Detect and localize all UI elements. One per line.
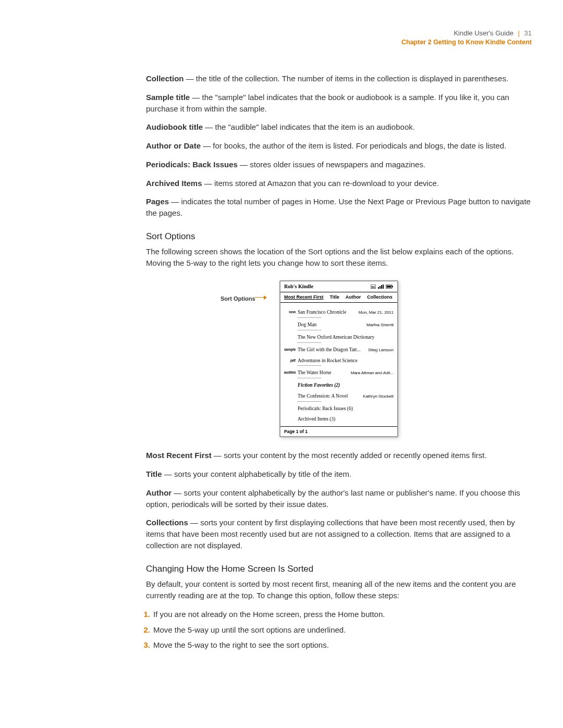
steps-list: If you are not already on the Home scree… xyxy=(146,609,532,651)
list-item: Archived Items (3) xyxy=(284,416,394,423)
page-number: 31 xyxy=(524,29,532,37)
def-text: — sorts your content alphabetically by t… xyxy=(146,488,520,509)
page-header: Kindle User's Guide | 31 Chapter 2 Getti… xyxy=(401,29,532,47)
list-item: Fiction Favorites (2) xyxy=(284,382,394,389)
section-heading-changing-sort: Changing How the Home Screen Is Sorted xyxy=(146,563,532,576)
item-title: Archived Items (3) xyxy=(298,416,335,423)
item-meta: Mon, Mar 21, 2011 xyxy=(359,309,394,316)
def-text: — the title of the collection. The numbe… xyxy=(184,74,509,83)
page-content: Collection — the title of the collection… xyxy=(146,73,532,651)
exp-title: Title — sorts your content alphabeticall… xyxy=(146,468,532,480)
svg-rect-5 xyxy=(383,285,384,289)
chapter-title: Chapter 2 Getting to Know Kindle Content xyxy=(401,38,532,47)
item-title: Adventures in Rocket Science xyxy=(298,357,358,365)
list-item: pdfAdventures in Rocket Science xyxy=(284,357,394,365)
term: Collections xyxy=(146,518,188,527)
term: Most Recent First xyxy=(146,451,212,460)
document-page: Kindle User's Guide | 31 Chapter 2 Getti… xyxy=(0,0,563,697)
item-title: Periodicals: Back Issues (6) xyxy=(298,405,353,413)
item-title: Dog Man xyxy=(298,322,316,329)
figure-callout-label: Sort Options xyxy=(221,295,255,303)
list-item: sampleThe Girl with the Dragon Tatt...St… xyxy=(284,347,394,354)
svg-rect-8 xyxy=(392,286,393,287)
def-text: — items stored at Amazon that you can re… xyxy=(202,179,439,188)
def-text: — sorts your content by the most recentl… xyxy=(212,451,487,460)
network-icon: 3G xyxy=(371,285,376,289)
def-text: — indicates the total number of pages in… xyxy=(146,197,531,217)
list-item: Periodicals: Back Issues (6) xyxy=(284,405,394,413)
changing-sort-intro: By default, your content is sorted by mo… xyxy=(146,578,532,601)
kindle-sort-row: Most Recent First Title Author Collectio… xyxy=(280,293,397,302)
svg-rect-7 xyxy=(387,286,391,288)
item-title: The New Oxford American Dictionary xyxy=(298,334,374,341)
item-title: The Confession: A Novel xyxy=(298,393,348,400)
list-item-left: sampleThe Girl with the Dragon Tatt... xyxy=(284,347,365,354)
item-meta: Mara Altman and Adil... xyxy=(351,369,394,376)
svg-rect-4 xyxy=(381,285,382,289)
sort-tab-most-recent: Most Recent First xyxy=(284,294,324,301)
list-item-left: pdfAdventures in Rocket Science xyxy=(284,357,394,365)
list-item: newSan Francisco ChronicleMon, Mar 21, 2… xyxy=(284,309,394,316)
list-item-left: The Confession: A Novel xyxy=(284,393,360,400)
step-3: Move the 5-way to the right to see the s… xyxy=(146,639,532,651)
item-title: San Francisco Chronicle xyxy=(298,309,346,316)
sort-tab-author: Author xyxy=(346,294,361,301)
svg-rect-3 xyxy=(380,286,381,289)
signal-bars-icon xyxy=(378,285,384,289)
step-1: If you are not already on the Home scree… xyxy=(146,609,532,620)
term: Archived Items xyxy=(146,179,202,188)
list-item-left: The New Oxford American Dictionary xyxy=(284,334,394,341)
list-item: The New Oxford American Dictionary xyxy=(284,334,394,341)
list-item: The Confession: A NovelKathryn Stockett xyxy=(284,393,394,400)
progress-dots xyxy=(298,317,321,318)
step-2: Move the 5-way up until the sort options… xyxy=(146,624,532,636)
term: Pages xyxy=(146,197,169,206)
battery-icon xyxy=(386,285,394,289)
progress-dots xyxy=(298,365,321,366)
term: Periodicals: Back Issues xyxy=(146,160,238,169)
sort-tab-title: Title xyxy=(330,294,339,301)
term: Author or Date xyxy=(146,141,201,150)
def-audiobook-title: Audiobook title — the "audible" label in… xyxy=(146,121,532,133)
def-text: — sorts your content by first displaying… xyxy=(146,518,515,550)
item-badge: audible xyxy=(284,369,296,377)
sort-tab-collections: Collections xyxy=(367,294,393,301)
def-text: — the "sample" label indicates that the … xyxy=(146,93,509,113)
list-item: audibleThe Water HorseMara Altman and Ad… xyxy=(284,369,394,377)
item-title: Fiction Favorites (2) xyxy=(298,382,340,389)
list-item-left: newSan Francisco Chronicle xyxy=(284,309,356,316)
def-archived-items: Archived Items — items stored at Amazon … xyxy=(146,178,532,189)
item-badge xyxy=(284,405,296,413)
kindle-status-bar: Rob's Kindle 3G xyxy=(280,281,397,292)
def-text: — stores older issues of newspapers and … xyxy=(238,160,425,169)
section-heading-sort-options: Sort Options xyxy=(146,230,532,243)
item-badge xyxy=(284,334,296,341)
kindle-figure: Sort Options Rob's Kindle 3G Most Recent… xyxy=(146,280,532,438)
exp-most-recent: Most Recent First — sorts your content b… xyxy=(146,450,532,461)
kindle-divider xyxy=(280,292,397,292)
item-badge: sample xyxy=(284,347,296,354)
item-meta: Stieg Larsson xyxy=(368,347,394,353)
list-item-left: Dog Man xyxy=(284,322,363,329)
def-text: — the "audible" label indicates that the… xyxy=(203,122,415,131)
def-periodicals: Periodicals: Back Issues — stores older … xyxy=(146,159,532,170)
progress-dots xyxy=(298,401,321,402)
progress-dots xyxy=(298,342,321,343)
item-badge: pdf xyxy=(284,357,296,365)
sort-options-intro: The following screen shows the location … xyxy=(146,246,532,269)
exp-collections: Collections — sorts your content by firs… xyxy=(146,517,532,551)
arrow-icon xyxy=(255,297,266,298)
list-item-left: Archived Items (3) xyxy=(284,416,394,423)
term: Author xyxy=(146,488,172,497)
guide-title: Kindle User's Guide xyxy=(454,29,513,37)
term: Sample title xyxy=(146,93,190,102)
item-badge xyxy=(284,382,296,389)
progress-dots xyxy=(298,329,321,330)
status-icons: 3G xyxy=(371,285,394,289)
def-pages: Pages — indicates the total number of pa… xyxy=(146,196,532,219)
list-item-left: audibleThe Water Horse xyxy=(284,369,348,377)
kindle-screenshot: Rob's Kindle 3G Most Recent First Title … xyxy=(279,280,398,438)
device-name: Rob's Kindle xyxy=(284,283,313,291)
item-meta: Kathryn Stockett xyxy=(363,393,394,400)
def-author-date: Author or Date — for books, the author o… xyxy=(146,140,532,152)
